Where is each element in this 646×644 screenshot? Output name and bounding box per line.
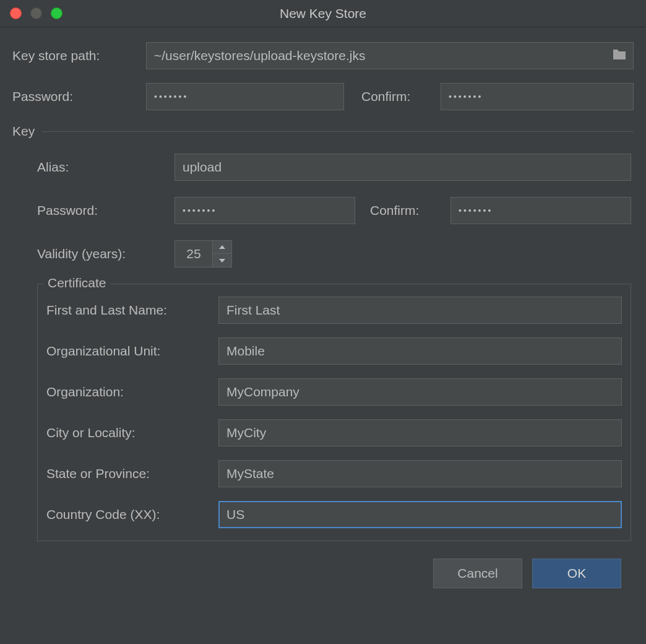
first-last-row: First and Last Name:: [46, 297, 622, 324]
validity-down-button[interactable]: [213, 254, 231, 267]
validity-input[interactable]: [174, 240, 213, 268]
first-last-input[interactable]: [218, 297, 622, 324]
dialog-footer: Cancel OK: [12, 541, 634, 588]
alias-row: Alias:: [37, 154, 631, 181]
city-input[interactable]: [218, 419, 622, 446]
maximize-window-button[interactable]: [51, 7, 62, 19]
key-password-input[interactable]: [174, 197, 355, 224]
titlebar: New Key Store: [0, 0, 646, 27]
window-title: New Key Store: [0, 6, 646, 21]
keystore-password-label: Password:: [12, 89, 146, 104]
certificate-fieldset: Certificate First and Last Name: Organiz…: [37, 284, 631, 541]
country-label: Country Code (XX):: [46, 507, 218, 522]
validity-spinner: [174, 240, 232, 268]
org-label: Organization:: [46, 385, 218, 399]
org-unit-row: Organizational Unit:: [46, 337, 622, 365]
key-section-header: Key: [12, 124, 634, 139]
alias-input[interactable]: [174, 154, 631, 181]
browse-button[interactable]: [605, 42, 634, 69]
validity-up-button[interactable]: [213, 241, 231, 254]
org-row: Organization:: [46, 378, 622, 406]
keystore-path-row: Key store path:: [12, 42, 634, 69]
org-unit-input[interactable]: [218, 337, 622, 365]
ok-button[interactable]: OK: [532, 559, 621, 588]
divider: [42, 131, 634, 132]
key-password-row: Password: Confirm:: [37, 197, 631, 224]
alias-label: Alias:: [37, 160, 174, 175]
key-password-label: Password:: [37, 203, 174, 218]
minimize-window-button: [30, 7, 42, 19]
validity-label: Validity (years):: [37, 246, 174, 261]
keystore-path-label: Key store path:: [12, 48, 146, 63]
city-row: City or Locality:: [46, 419, 622, 446]
keystore-path-input[interactable]: [146, 42, 605, 69]
cancel-button[interactable]: Cancel: [433, 559, 522, 588]
key-confirm-input[interactable]: [450, 197, 631, 224]
chevron-up-icon: [219, 245, 225, 249]
keystore-confirm-label: Confirm:: [361, 89, 441, 104]
window-controls: [0, 7, 62, 19]
key-confirm-label: Confirm:: [370, 203, 450, 218]
state-label: State or Province:: [46, 466, 218, 481]
keystore-password-row: Password: Confirm:: [12, 83, 634, 110]
keystore-password-input[interactable]: [146, 83, 344, 110]
country-row: Country Code (XX):: [46, 501, 622, 528]
country-input[interactable]: [218, 501, 622, 528]
key-section-title: Key: [12, 124, 35, 139]
state-input[interactable]: [218, 460, 622, 487]
org-input[interactable]: [218, 378, 622, 406]
keystore-confirm-input[interactable]: [441, 83, 634, 110]
org-unit-label: Organizational Unit:: [46, 344, 218, 359]
close-window-button[interactable]: [10, 7, 22, 19]
first-last-label: First and Last Name:: [46, 303, 218, 318]
validity-row: Validity (years):: [37, 240, 631, 268]
folder-icon: [612, 48, 627, 64]
state-row: State or Province:: [46, 460, 622, 487]
chevron-down-icon: [219, 259, 225, 263]
certificate-legend: Certificate: [44, 276, 110, 290]
city-label: City or Locality:: [46, 425, 218, 440]
